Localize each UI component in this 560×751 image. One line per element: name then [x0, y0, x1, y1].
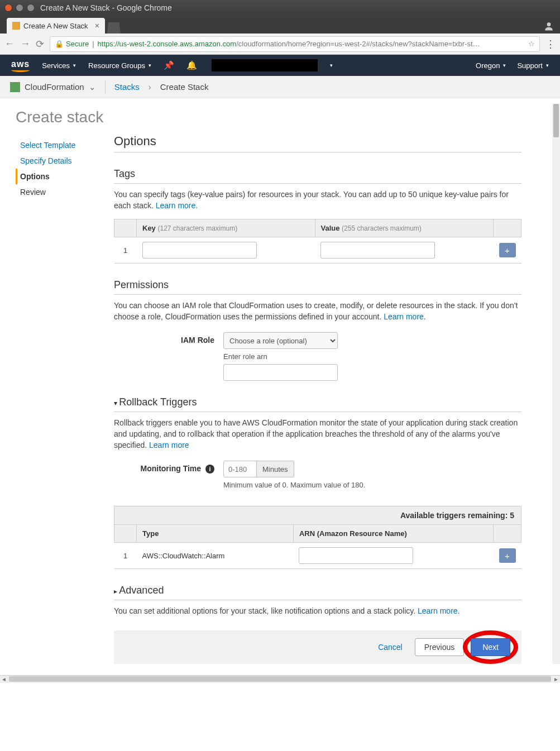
- enter-role-arn-label: Enter role arn: [223, 352, 521, 361]
- nav-services[interactable]: Services ▾: [42, 61, 76, 70]
- scroll-right-icon[interactable]: ►: [552, 676, 560, 682]
- rollback-learn-more-link[interactable]: Learn more: [149, 441, 189, 449]
- aws-logo[interactable]: aws: [11, 59, 30, 72]
- triggers-col-action: [494, 525, 521, 543]
- wizard-step-review[interactable]: Review: [16, 184, 94, 200]
- monitoring-time-input[interactable]: [223, 461, 257, 477]
- advanced-title-text: Advanced: [119, 585, 164, 596]
- browser-tab-active[interactable]: Create A New Stack ×: [7, 18, 105, 34]
- pin-icon[interactable]: 📌: [164, 60, 174, 70]
- tag-key-input[interactable]: [142, 242, 257, 259]
- favicon-icon: [12, 22, 20, 30]
- triggers-remaining: Available triggers remaining: 5: [114, 506, 521, 524]
- advanced-desc-text: You can set additional options for your …: [114, 606, 418, 615]
- reload-icon[interactable]: ⟳: [36, 38, 44, 50]
- scrollbar-thumb[interactable]: [553, 104, 559, 137]
- breadcrumb-separator: ›: [149, 82, 151, 92]
- advanced-heading[interactable]: Advanced: [114, 585, 521, 600]
- bell-icon[interactable]: 🔔: [186, 60, 197, 70]
- rollback-description: Rollback triggers enable you to have AWS…: [114, 418, 521, 451]
- breadcrumb-service[interactable]: CloudFormation ⌄: [10, 82, 96, 92]
- tags-col-value-hint: (255 characters maximum): [342, 224, 422, 232]
- tag-value-input[interactable]: [320, 242, 435, 259]
- vertical-scrollbar[interactable]: [552, 104, 560, 664]
- add-tag-button[interactable]: +: [499, 243, 516, 257]
- advanced-description: You can set additional options for your …: [114, 606, 521, 617]
- url-path: /cloudformation/home?region=us-west-2#/s…: [236, 40, 480, 48]
- tags-col-action: [494, 219, 521, 237]
- rollback-triggers-heading[interactable]: Rollback Triggers: [114, 396, 521, 412]
- account-menu[interactable]: [212, 59, 318, 71]
- monitoring-time-label: Monitoring Time i: [114, 461, 214, 473]
- window-close-button[interactable]: [4, 4, 12, 12]
- tags-table: Key (127 characters maximum) Value (255 …: [114, 219, 521, 264]
- table-row: 1 AWS::CloudWatch::Alarm +: [114, 543, 521, 569]
- iam-role-select[interactable]: Choose a role (optional): [223, 332, 338, 349]
- wizard-step-options[interactable]: Options: [16, 169, 94, 184]
- forward-icon[interactable]: →: [20, 38, 30, 50]
- chrome-profile-icon[interactable]: [543, 21, 554, 34]
- chevron-down-icon: ⌄: [89, 82, 96, 92]
- url-scheme: https: [98, 40, 113, 48]
- aws-top-nav: aws Services ▾ Resource Groups ▾ 📌 🔔 ▾ O…: [0, 55, 560, 76]
- tags-learn-more-link[interactable]: Learn more.: [156, 201, 198, 210]
- lock-icon: 🔒: [55, 40, 64, 48]
- address-bar[interactable]: 🔒 Secure | https://us-west-2.console.aws…: [50, 36, 540, 52]
- chrome-menu-icon[interactable]: ⋮: [545, 38, 556, 50]
- cancel-button[interactable]: Cancel: [372, 639, 408, 655]
- tab-close-icon[interactable]: ×: [95, 21, 99, 30]
- tags-heading: Tags: [114, 168, 521, 184]
- breadcrumb-service-label: CloudFormation: [25, 82, 84, 92]
- nav-support-label: Support: [517, 61, 543, 70]
- caret-down-icon: ▾: [149, 63, 151, 68]
- permissions-heading: Permissions: [114, 279, 521, 295]
- tags-col-index: [114, 219, 137, 237]
- tags-col-value-label: Value: [321, 224, 340, 232]
- window-maximize-button[interactable]: [27, 4, 35, 12]
- horizontal-scrollbar[interactable]: ◄ ►: [0, 675, 560, 683]
- tags-col-key-hint: (127 characters maximum): [157, 224, 237, 232]
- wizard-nav: Select Template Specify Details Options …: [16, 134, 94, 664]
- svg-point-0: [547, 22, 551, 26]
- iam-role-label: IAM Role: [114, 332, 214, 345]
- triggers-col-index: [114, 525, 137, 543]
- next-button-highlight: Next: [471, 638, 510, 656]
- window-minimize-button[interactable]: [16, 4, 23, 12]
- nav-resource-groups[interactable]: Resource Groups ▾: [88, 61, 151, 70]
- back-icon[interactable]: ←: [4, 38, 15, 50]
- tags-description: You can specify tags (key-value pairs) f…: [114, 189, 521, 211]
- triggers-col-arn: ARN (Amazon Resource Name): [293, 525, 493, 543]
- wizard-step-specify-details[interactable]: Specify Details: [16, 153, 94, 169]
- scroll-left-icon[interactable]: ◄: [0, 676, 8, 682]
- info-icon[interactable]: i: [205, 465, 214, 473]
- nav-region-label: Oregon: [476, 61, 500, 70]
- role-arn-input[interactable]: [223, 364, 338, 381]
- trigger-row-type: AWS::CloudWatch::Alarm: [137, 543, 294, 569]
- secure-badge: 🔒 Secure: [55, 40, 89, 48]
- previous-button[interactable]: Previous: [415, 638, 464, 656]
- main-content: Options Tags You can specify tags (key-v…: [114, 134, 521, 664]
- nav-resource-groups-label: Resource Groups: [88, 61, 145, 70]
- window-titlebar: Create A New Stack - Google Chrome: [0, 0, 560, 16]
- permissions-learn-more-link[interactable]: Learn more.: [384, 312, 425, 321]
- bookmark-star-icon[interactable]: ☆: [528, 40, 535, 48]
- advanced-learn-more-link[interactable]: Learn more.: [418, 606, 460, 615]
- page-title: Create stack: [16, 108, 544, 126]
- rollback-triggers-table: Type ARN (Amazon Resource Name) 1 AWS::C…: [114, 524, 521, 569]
- monitoring-time-helper: Minimum value of 0. Maximum value of 180…: [223, 481, 521, 489]
- caret-down-icon: ▾: [330, 63, 333, 68]
- nav-services-label: Services: [42, 61, 70, 70]
- triggers-col-type: Type: [137, 525, 294, 543]
- nav-support[interactable]: Support ▾: [517, 61, 549, 70]
- next-button[interactable]: Next: [471, 638, 510, 656]
- wizard-step-select-template[interactable]: Select Template: [16, 137, 94, 153]
- scrollbar-track[interactable]: [9, 676, 551, 682]
- add-trigger-button[interactable]: +: [499, 548, 516, 563]
- trigger-arn-input[interactable]: [299, 547, 413, 564]
- tags-row-index: 1: [114, 237, 137, 264]
- secure-label: Secure: [66, 40, 89, 48]
- nav-region[interactable]: Oregon ▾: [476, 61, 506, 70]
- breadcrumb-current: Create Stack: [160, 82, 209, 92]
- new-tab-button[interactable]: [107, 22, 121, 34]
- breadcrumb-stacks[interactable]: Stacks: [114, 82, 140, 92]
